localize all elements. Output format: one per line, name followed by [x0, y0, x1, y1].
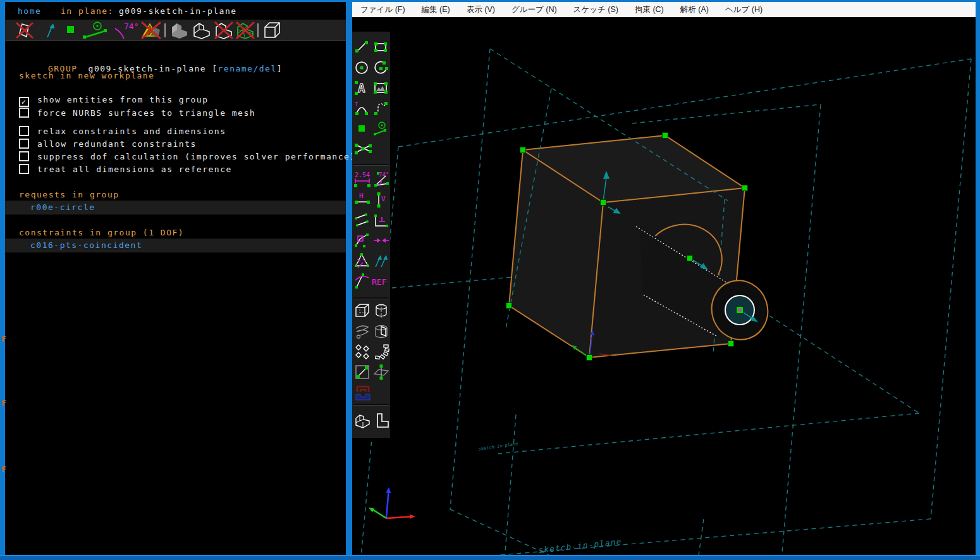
checkbox-row[interactable]: ✓show entities from this group	[19, 94, 208, 107]
group-subtitle: sketch in new workplane	[19, 70, 155, 82]
show-construction-icon[interactable]	[81, 21, 111, 40]
coincident-constraint-marker[interactable]	[738, 309, 742, 312]
active-plane-name: g009-sketch-in-plane	[119, 6, 237, 16]
extrude-group-icon[interactable]	[354, 302, 371, 319]
scene-canvas[interactable]: sketch-in-plane sketch-in-plane	[352, 17, 976, 555]
window-bottom-border	[0, 555, 980, 560]
workplane-group-icon[interactable]	[373, 364, 389, 380]
show-hide-toolbar: 74°	[5, 20, 346, 41]
menu-group[interactable]: グループ (N)	[503, 4, 565, 15]
text-window-header: home in plane: g009-sketch-in-plane	[5, 2, 346, 20]
toolbar-section-separator	[353, 164, 389, 166]
checkbox[interactable]: ✓	[19, 97, 29, 107]
translate-group-icon[interactable]	[354, 344, 371, 360]
menu-view[interactable]: 表示 (V)	[458, 4, 503, 15]
request-item[interactable]: r00e-circle	[30, 201, 95, 213]
show-dimensions-icon[interactable]: 74°	[113, 21, 138, 40]
mesh-hidden-icon[interactable]	[235, 21, 256, 40]
checkbox[interactable]	[19, 126, 29, 136]
symmetric-constraint-icon[interactable]	[373, 232, 389, 249]
ref-label: REF	[372, 277, 387, 287]
letter-t: T	[355, 101, 358, 108]
flat-sketch-icon[interactable]	[373, 412, 391, 430]
line-tool-icon[interactable]	[354, 39, 369, 54]
workplane-label: sketch-in-plane	[538, 537, 622, 555]
checkbox-label: relax constraints and dimensions	[37, 127, 226, 136]
equal-constraint-icon[interactable]	[354, 252, 371, 269]
toolbar-separator	[257, 23, 259, 37]
rectangle-tool-icon[interactable]	[373, 39, 388, 54]
sketch-toolbar: A T 2.54 74° H V	[352, 32, 390, 438]
checkbox-label: force NURBS surfaces to triangle mesh	[37, 108, 255, 118]
reference-constraint-icon[interactable]: REF	[371, 276, 390, 287]
clipped-edge-label: F	[1, 398, 6, 408]
checkbox-row[interactable]: treat all dimensions as reference	[19, 163, 232, 175]
letter-a: A	[358, 81, 365, 95]
constraint-item[interactable]: c016-pts-coincident	[30, 239, 142, 251]
menu-bar: ファイル (F) 編集 (E) 表示 (V) グループ (N) スケッチ (S)…	[352, 2, 976, 17]
link-group-icon[interactable]	[354, 384, 372, 402]
menu-constrain[interactable]: 拘束 (C)	[627, 4, 672, 15]
outlines-hidden-icon[interactable]	[213, 21, 235, 40]
construction-tool-icon[interactable]	[373, 121, 388, 136]
menu-sketch[interactable]: スケッチ (S)	[565, 4, 627, 15]
circle-tool-icon[interactable]	[354, 60, 369, 75]
checkbox-row[interactable]: suppress dof calculation (improves solve…	[19, 151, 356, 163]
sketch-in-plane-group-icon[interactable]	[354, 364, 371, 380]
in-plane-label: in plane:	[61, 6, 114, 16]
angle-constraint-icon[interactable]: 74°	[373, 171, 389, 187]
parallel-normals-constraint-icon[interactable]	[373, 252, 389, 269]
revolve-group-icon[interactable]	[373, 323, 389, 340]
solid-model-icon[interactable]	[354, 412, 372, 430]
horizontal-constraint-icon[interactable]: H	[354, 192, 371, 208]
checkbox[interactable]	[19, 151, 29, 161]
menu-file[interactable]: ファイル (F)	[352, 4, 413, 15]
split-curves-tool-icon[interactable]	[354, 141, 372, 156]
show-normals-icon[interactable]	[42, 22, 59, 39]
perpendicular-constraint-icon[interactable]	[373, 212, 389, 228]
clipped-edge-label: F	[1, 334, 6, 344]
toolbar-section-separator	[353, 404, 389, 406]
toolbar-separator	[164, 23, 166, 37]
checkbox-label: show entities from this group	[37, 95, 208, 104]
text-tool-icon[interactable]: A	[354, 80, 369, 96]
rename-del-link[interactable]: rename/del	[217, 64, 276, 73]
shaded-view-icon[interactable]	[169, 21, 190, 40]
edges-view-icon[interactable]	[192, 21, 212, 40]
request-row[interactable]: r00e-circle	[5, 201, 346, 215]
bracket-close: ]	[277, 64, 283, 73]
show-points-icon[interactable]	[66, 25, 76, 35]
distance-constraint-icon[interactable]: 2.54	[354, 171, 371, 187]
parallel-constraint-icon[interactable]	[354, 212, 371, 228]
arc-tool-icon[interactable]	[373, 60, 388, 75]
checkbox[interactable]	[19, 164, 29, 174]
checkbox-row[interactable]: relax constraints and dimensions	[19, 125, 226, 137]
occluded-edges-icon[interactable]	[262, 21, 283, 40]
checkbox[interactable]	[19, 139, 29, 149]
solvespace-window: home in plane: g009-sketch-in-plane 74°	[0, 0, 980, 560]
lathe-group-icon[interactable]	[373, 302, 389, 319]
menu-help[interactable]: ヘルプ (H)	[717, 4, 771, 15]
angle-label: 74°	[124, 22, 138, 31]
home-link[interactable]: home	[18, 6, 41, 16]
tangent-arc-tool-icon[interactable]: T	[354, 101, 369, 116]
point-on-line-constraint-icon[interactable]	[354, 232, 371, 249]
checkbox-row[interactable]: allow redundant constraints	[19, 138, 197, 150]
hide-faces-icon[interactable]	[139, 21, 164, 40]
menu-analyze[interactable]: 解析 (A)	[672, 4, 717, 15]
constraints-heading: constraints in group (1 DOF)	[19, 227, 184, 239]
checkbox[interactable]	[19, 108, 29, 118]
datum-point-tool-icon[interactable]	[354, 121, 369, 136]
checkbox-row[interactable]: force NURBS surfaces to triangle mesh	[19, 107, 255, 119]
requests-heading: requests in group	[19, 189, 119, 201]
tangent-constraint-icon[interactable]	[354, 273, 371, 289]
constraint-row[interactable]: c016-pts-coincident	[5, 239, 346, 252]
image-tool-icon[interactable]	[373, 80, 388, 96]
angle-value: 74°	[379, 171, 389, 178]
menu-edit[interactable]: 編集 (E)	[413, 4, 458, 15]
hide-workplanes-icon[interactable]	[14, 22, 37, 39]
vertical-constraint-icon[interactable]: V	[373, 192, 389, 208]
bezier-tool-icon[interactable]	[373, 101, 388, 116]
helix-group-icon[interactable]	[354, 323, 371, 340]
rotate-group-icon[interactable]	[373, 344, 389, 360]
